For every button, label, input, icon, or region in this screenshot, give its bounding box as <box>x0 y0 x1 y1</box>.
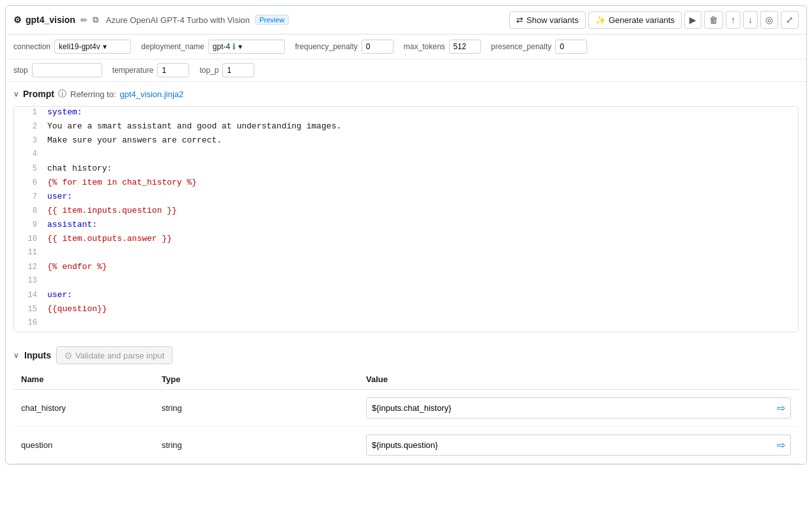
input-value-cell: ⇨ <box>358 427 799 464</box>
code-line: 9assistant: <box>14 219 798 233</box>
code-line: 10{{ item.outputs.answer }} <box>14 233 798 247</box>
gear-icon: ⚙ <box>13 15 22 25</box>
inputs-title: Inputs <box>24 350 51 360</box>
expand-input-icon[interactable]: ⇨ <box>772 435 790 455</box>
frequency-penalty-input[interactable] <box>362 40 394 54</box>
prompt-title: Prompt <box>23 89 54 99</box>
connection-select[interactable]: keli19-gpt4v ▾ <box>54 40 131 54</box>
info-icon: ℹ <box>233 42 236 51</box>
inputs-toggle[interactable]: ∨ <box>13 351 19 360</box>
input-type: string <box>154 390 358 427</box>
temperature-label: temperature <box>112 66 154 75</box>
col-type-header: Type <box>154 369 358 390</box>
delete-button[interactable]: 🗑 <box>704 11 723 29</box>
value-input-container: ⇨ <box>366 435 791 456</box>
chevron-down-icon2: ▾ <box>238 42 242 51</box>
code-line: 15{{question}} <box>14 304 798 318</box>
code-line: 5chat history: <box>14 163 798 177</box>
code-line: 4 <box>14 149 798 163</box>
validate-parse-button[interactable]: ⊙ Validate and parse input <box>56 346 172 364</box>
deployment-name-label: deployment_name <box>141 42 204 51</box>
col-value-header: Value <box>358 369 799 390</box>
inputs-table: Name Type Value chat_historystring⇨quest… <box>13 369 799 464</box>
input-value-cell: ⇨ <box>358 390 799 427</box>
prompt-section-header: ∨ Prompt ⓘ Referring to: gpt4_vision.jin… <box>6 82 806 104</box>
preview-badge: Preview <box>255 15 289 25</box>
stop-label: stop <box>13 66 28 75</box>
code-line: 12{% endfor %} <box>14 261 798 275</box>
table-row: chat_historystring⇨ <box>13 390 799 427</box>
copy-icon[interactable]: ⧉ <box>93 15 98 25</box>
max-tokens-label: max_tokens <box>404 42 445 51</box>
code-line: 2You are a smart assistant and good at u… <box>14 121 798 135</box>
subtitle: Azure OpenAI GPT-4 Turbo with Vision <box>106 15 250 25</box>
code-line: 11 <box>14 247 798 261</box>
wand-icon: ✨ <box>595 15 606 25</box>
table-row: questionstring⇨ <box>13 427 799 464</box>
code-editor[interactable]: 1system:2You are a smart assistant and g… <box>13 106 799 332</box>
prompt-toggle[interactable]: ∨ <box>13 89 19 98</box>
edit-icon[interactable]: ✏ <box>80 15 88 25</box>
move-down-button[interactable]: ↓ <box>743 11 758 29</box>
top-p-label: top_p <box>199 66 218 75</box>
col-name-header: Name <box>13 369 154 390</box>
deployment-name-select[interactable]: gpt-4 ℹ ▾ <box>208 40 285 54</box>
sliders-icon: ⇄ <box>516 15 523 25</box>
presence-penalty-label: presence_penalty <box>491 42 552 51</box>
validate-icon: ⊙ <box>65 350 72 360</box>
generate-variants-button[interactable]: ✨ Generate variants <box>588 12 682 29</box>
top-p-input[interactable] <box>222 63 254 77</box>
code-line: 6{% for item in chat_history %} <box>14 177 798 191</box>
referring-link[interactable]: gpt4_vision.jinja2 <box>120 89 184 99</box>
move-up-button[interactable]: ↑ <box>726 11 740 29</box>
temperature-input[interactable] <box>157 63 189 77</box>
code-line: 1system: <box>14 107 798 121</box>
run-button[interactable]: ▶ <box>684 11 701 29</box>
input-name: question <box>13 427 154 464</box>
max-tokens-input[interactable] <box>449 40 481 54</box>
stop-input[interactable] <box>32 63 102 77</box>
value-input[interactable] <box>367 436 772 454</box>
expand-input-icon[interactable]: ⇨ <box>772 398 790 418</box>
code-line: 8{{ item.inputs.question }} <box>14 205 798 219</box>
referring-prefix: Referring to: <box>70 89 116 99</box>
value-input[interactable] <box>367 399 772 417</box>
show-variants-button[interactable]: ⇄ Show variants <box>509 12 586 29</box>
presence-penalty-input[interactable] <box>555 40 587 54</box>
input-type: string <box>154 427 358 464</box>
code-line: 3Make sure your answers are correct. <box>14 135 798 149</box>
expand-button[interactable]: ⤢ <box>781 11 799 29</box>
inputs-section-header: ∨ Inputs ⊙ Validate and parse input <box>6 340 806 369</box>
code-line: 7user: <box>14 191 798 205</box>
chevron-down-icon: ▾ <box>103 42 107 51</box>
code-line: 16 <box>14 318 798 332</box>
value-input-container: ⇨ <box>366 397 791 419</box>
frequency-penalty-label: frequency_penalty <box>295 42 358 51</box>
prompt-info-icon: ⓘ <box>58 88 66 100</box>
target-button[interactable]: ◎ <box>760 11 778 29</box>
code-line: 14user: <box>14 289 798 304</box>
connection-label: connection <box>13 42 50 51</box>
code-line: 13 <box>14 275 798 289</box>
input-name: chat_history <box>13 390 154 427</box>
node-title: gpt4_vision <box>26 15 75 25</box>
